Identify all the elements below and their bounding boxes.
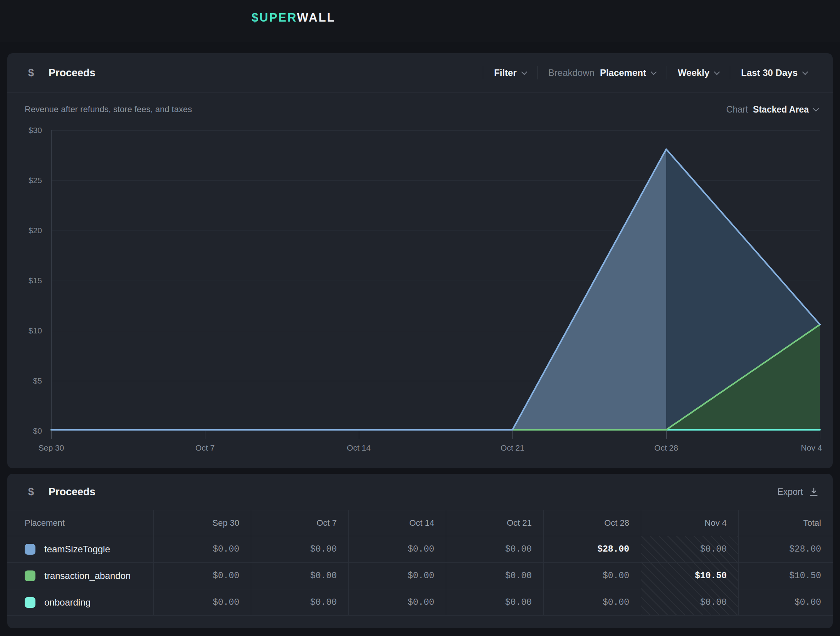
proceeds-table-panel: $ Proceeds Export PlacementSep 30Oct 7Oc…: [7, 474, 833, 628]
chart-controls: Filter Breakdown Placement Weekly Last 3…: [483, 53, 818, 93]
interval-select[interactable]: Weekly: [667, 67, 730, 78]
x-axis-label: Oct 14: [347, 443, 371, 453]
date-range-value: Last 30 Days: [741, 67, 798, 78]
row-swatch: [25, 597, 35, 608]
chart-subtitle: Revenue after refunds, store fees, and t…: [25, 104, 192, 114]
chevron-down-icon: [651, 69, 657, 75]
value-cell: $0.00: [543, 563, 641, 589]
placement-cell: teamSizeToggle: [7, 536, 153, 562]
y-axis-label: $30: [8, 126, 42, 135]
value-cell: $28.00: [543, 536, 641, 562]
chevron-down-icon: [813, 105, 819, 111]
stacked-area-chart: [51, 130, 820, 432]
filter-button[interactable]: Filter: [483, 67, 537, 78]
table-row: onboarding$0.00$0.00$0.00$0.00$0.00$0.00…: [7, 589, 833, 616]
logo-rest: WALL: [297, 11, 336, 24]
x-tick: [666, 431, 667, 439]
value-cell: $0.00: [348, 563, 446, 589]
chevron-down-icon: [714, 69, 720, 75]
column-header: Oct 21: [446, 510, 543, 536]
breakdown-label: Breakdown: [548, 67, 595, 78]
breakdown-value: Placement: [600, 67, 646, 78]
top-bar: $UPERWALL: [0, 0, 840, 42]
x-axis-label: Oct 28: [654, 443, 678, 453]
y-axis-label: $10: [8, 326, 42, 335]
column-header: Sep 30: [153, 510, 251, 536]
value-cell: $0.00: [251, 536, 348, 562]
x-axis-label: Oct 7: [195, 443, 215, 453]
y-axis-label: $0: [8, 426, 42, 436]
filter-label: Filter: [494, 67, 517, 78]
breakdown-table: PlacementSep 30Oct 7Oct 14Oct 21Oct 28No…: [7, 510, 833, 616]
row-label: teamSizeToggle: [44, 544, 110, 555]
table-panel-header: $ Proceeds: [7, 474, 833, 510]
total-cell: $0.00: [738, 589, 833, 615]
value-cell: $0.00: [641, 589, 738, 615]
chevron-down-icon: [802, 69, 808, 75]
chart-type-value: Stacked Area: [753, 104, 809, 115]
x-axis-label: Oct 21: [501, 443, 524, 453]
export-button[interactable]: Export: [778, 474, 819, 510]
placement-cell: onboarding: [7, 589, 153, 615]
value-cell: $0.00: [348, 536, 446, 562]
y-axis-label: $5: [8, 376, 42, 385]
y-axis-label: $15: [8, 276, 42, 285]
area-segment-teamSizeToggle: [51, 149, 666, 430]
dollar-icon: $: [28, 67, 34, 79]
x-axis-label: Nov 4: [801, 443, 822, 453]
page-title: Proceeds: [49, 67, 96, 79]
x-axis-label: Sep 30: [39, 443, 64, 453]
x-tick: [359, 431, 360, 439]
interval-value: Weekly: [678, 67, 709, 78]
row-swatch: [25, 544, 35, 555]
placement-cell: transaction_abandon: [7, 563, 153, 589]
table-title: Proceeds: [49, 486, 96, 498]
date-range-select[interactable]: Last 30 Days: [730, 67, 818, 78]
value-cell: $10.50: [641, 563, 738, 589]
row-label: transaction_abandon: [44, 570, 131, 581]
chevron-down-icon: [521, 69, 528, 75]
value-cell: $0.00: [446, 589, 543, 615]
value-cell: $0.00: [446, 536, 543, 562]
chart-type-label: Chart: [726, 104, 748, 115]
logo-accent: $UPER: [252, 11, 297, 24]
total-cell: $28.00: [738, 536, 833, 562]
breakdown-select[interactable]: Breakdown Placement: [538, 67, 667, 78]
column-header: Oct 28: [543, 510, 641, 536]
table-header-row: PlacementSep 30Oct 7Oct 14Oct 21Oct 28No…: [7, 510, 833, 536]
value-cell: $0.00: [251, 563, 348, 589]
proceeds-chart-panel: $ Proceeds Filter Breakdown Placement We…: [7, 53, 833, 468]
column-header: Placement: [7, 510, 153, 536]
superwall-logo: $UPERWALL: [252, 11, 336, 25]
column-header: Total: [738, 510, 833, 536]
value-cell: $0.00: [153, 589, 251, 615]
column-header: Oct 14: [348, 510, 446, 536]
download-icon: [809, 487, 819, 497]
value-cell: $0.00: [153, 563, 251, 589]
chart-subheader: Revenue after refunds, store fees, and t…: [7, 93, 833, 126]
value-cell: $0.00: [251, 589, 348, 615]
value-cell: $0.00: [348, 589, 446, 615]
column-header: Oct 7: [251, 510, 348, 536]
y-axis-label: $20: [8, 226, 42, 235]
column-header: Nov 4: [641, 510, 738, 536]
value-cell: $0.00: [446, 563, 543, 589]
x-tick: [512, 431, 513, 439]
x-tick: [51, 431, 52, 439]
total-cell: $10.50: [738, 563, 833, 589]
y-axis-label: $25: [8, 176, 42, 185]
page: { "brand": { "logo_accent": "$UPER", "lo…: [0, 0, 840, 636]
chart-type-select[interactable]: Chart Stacked Area: [726, 104, 818, 115]
value-cell: $0.00: [153, 536, 251, 562]
value-cell: $0.00: [543, 589, 641, 615]
row-label: onboarding: [44, 597, 91, 608]
row-swatch: [25, 570, 35, 581]
x-tick: [205, 431, 206, 439]
dollar-icon: $: [28, 486, 34, 498]
table-row: transaction_abandon$0.00$0.00$0.00$0.00$…: [7, 562, 833, 589]
x-tick: [820, 431, 821, 439]
table-row: teamSizeToggle$0.00$0.00$0.00$0.00$28.00…: [7, 536, 833, 562]
export-label: Export: [778, 487, 803, 497]
value-cell: $0.00: [641, 536, 738, 562]
